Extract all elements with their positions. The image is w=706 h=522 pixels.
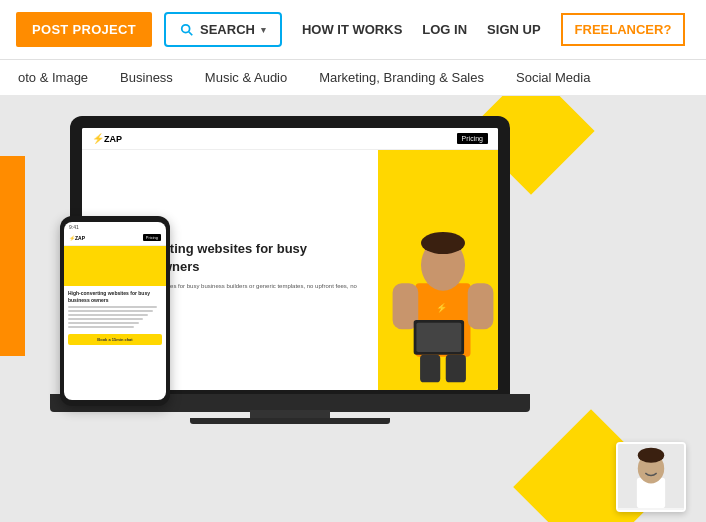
mobile-status-bar: 9:41 — [64, 222, 166, 230]
avatar-person-figure — [618, 444, 684, 510]
mobile-hero-title: High-converting websites for busy busine… — [68, 290, 162, 303]
category-music-audio[interactable]: Music & Audio — [203, 70, 289, 85]
mobile-cta-button[interactable]: Book a 15min chat — [68, 334, 162, 345]
category-photo-image[interactable]: oto & Image — [16, 70, 90, 85]
sign-up-link[interactable]: SIGN UP — [487, 22, 540, 37]
mobile-hero-bg — [64, 246, 166, 286]
mobile-pricing-badge: Pricing — [143, 234, 161, 241]
svg-rect-8 — [416, 323, 461, 352]
text-line-2 — [68, 310, 153, 312]
yellow-accent-left — [0, 156, 25, 356]
text-line-6 — [68, 326, 134, 328]
text-line-5 — [68, 322, 139, 324]
svg-text:⚡: ⚡ — [436, 302, 448, 314]
mobile-time: 9:41 — [69, 224, 79, 230]
avatar-svg — [618, 442, 684, 510]
mobile-content: High-converting websites for busy busine… — [64, 286, 166, 349]
svg-rect-9 — [420, 355, 440, 383]
log-in-link[interactable]: LOG IN — [422, 22, 467, 37]
search-icon — [180, 23, 194, 37]
text-line-3 — [68, 314, 148, 316]
pricing-badge: Pricing — [457, 133, 488, 144]
svg-rect-6 — [468, 283, 494, 329]
zap-logo: ⚡ZAP — [92, 133, 122, 144]
header: POST PROJECT SEARCH ▾ HOW IT WORKS LOG I… — [0, 0, 706, 60]
search-button[interactable]: SEARCH ▾ — [164, 12, 282, 47]
text-line-4 — [68, 318, 143, 320]
mobile-mockup: 9:41 ⚡ZAP Pricing High-converting websit… — [60, 216, 170, 406]
svg-point-4 — [421, 232, 465, 254]
site-header-bar: ⚡ZAP Pricing — [82, 128, 498, 150]
laptop-foot — [190, 418, 390, 424]
main-content: ⚡ZAP Pricing High-converting websites fo… — [0, 96, 706, 522]
svg-rect-10 — [446, 355, 466, 383]
search-label: SEARCH — [200, 22, 255, 37]
mobile-header: ⚡ZAP Pricing — [64, 230, 166, 246]
category-social-media[interactable]: Social Media — [514, 70, 592, 85]
svg-point-15 — [638, 448, 664, 463]
svg-point-0 — [182, 24, 190, 32]
freelancer-button[interactable]: FREELANCER? — [561, 13, 686, 46]
mobile-zap-logo: ⚡ZAP — [69, 235, 85, 241]
nav-links: HOW IT WORKS LOG IN SIGN UP FREELANCER? — [302, 13, 685, 46]
category-marketing[interactable]: Marketing, Branding & Sales — [317, 70, 486, 85]
zap-bolt-icon: ⚡ — [92, 133, 104, 144]
text-line-1 — [68, 306, 157, 308]
category-nav: oto & Image Business Music & Audio Marke… — [0, 60, 706, 96]
how-it-works-link[interactable]: HOW IT WORKS — [302, 22, 402, 37]
category-business[interactable]: Business — [118, 70, 175, 85]
post-project-button[interactable]: POST PROJECT — [16, 12, 152, 47]
person-avatar — [616, 442, 686, 512]
person-illustration: ⚡ — [388, 195, 498, 390]
mobile-text-lines — [68, 306, 162, 328]
chevron-down-icon: ▾ — [261, 25, 266, 35]
mobile-screen: 9:41 ⚡ZAP Pricing High-converting websit… — [64, 222, 166, 400]
site-hero-right: ⚡ — [378, 150, 498, 390]
svg-line-1 — [189, 31, 193, 35]
